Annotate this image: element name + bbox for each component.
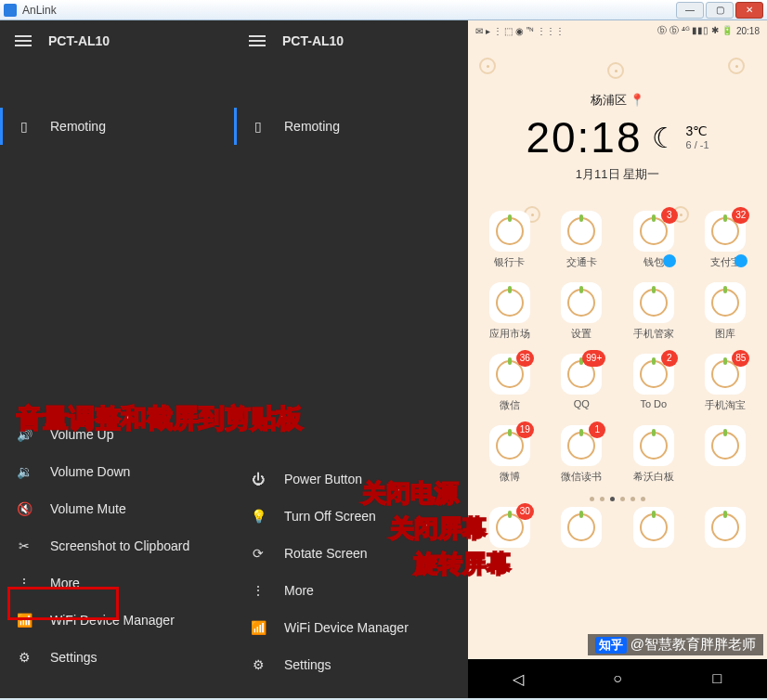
app-微信读书[interactable]: 1微信读书 xyxy=(552,425,611,484)
sidebar-right: PCT-AL10 ▯ Remoting ⏻ Power Button 💡 Tur… xyxy=(234,20,468,698)
window-title: AnLink xyxy=(22,4,674,17)
nav-recent-icon[interactable]: □ xyxy=(706,668,728,690)
app-label: 手机管家 xyxy=(624,327,683,341)
zhihu-logo: 知乎 xyxy=(595,637,627,654)
badge: 30 xyxy=(516,503,534,520)
turnoff-label: Turn Off Screen xyxy=(284,509,376,524)
app-r4c0[interactable]: 30 xyxy=(480,507,540,551)
window-titlebar: AnLink — ▢ ✕ xyxy=(0,0,767,20)
hamburger-icon[interactable] xyxy=(249,35,266,46)
app-icon xyxy=(633,507,674,548)
app-r4c1[interactable] xyxy=(552,507,611,551)
app-微信[interactable]: 36微信 xyxy=(480,354,540,412)
phone-icon: ▯ xyxy=(15,117,33,136)
app-应用市场[interactable]: 应用市场 xyxy=(480,282,540,341)
maximize-button[interactable]: ▢ xyxy=(706,2,734,19)
bulb-off-icon: 💡 xyxy=(249,507,267,525)
app-To Do[interactable]: 2To Do xyxy=(624,354,683,412)
app-钱包[interactable]: 3钱包 xyxy=(624,211,683,269)
app-希沃白板[interactable]: 希沃白板 xyxy=(624,425,683,484)
phone-clock: 20:18 ☾ 3℃ 6 / -1 xyxy=(468,112,767,162)
app-label: QQ xyxy=(552,398,611,409)
app-label: 微信 xyxy=(480,398,540,412)
temp-lo: 6 / -1 xyxy=(686,139,709,150)
app-icon xyxy=(4,4,17,17)
crop-icon: ✂ xyxy=(15,537,33,555)
app-微博[interactable]: 19微博 xyxy=(480,425,540,484)
minimize-button[interactable]: — xyxy=(676,2,704,19)
app-icon xyxy=(705,425,746,466)
sidebar-item-volume-down[interactable]: 🔉 Volume Down xyxy=(0,453,234,490)
app-图库[interactable]: 图库 xyxy=(696,282,755,341)
sidebar-item-settings[interactable]: ⚙ Settings xyxy=(234,646,468,683)
screenshot-label: Screenshot to Clipboard xyxy=(50,538,189,553)
app-r3c3[interactable] xyxy=(696,425,755,484)
annotation-rotate: 旋转屏幕 xyxy=(414,548,511,580)
app-icon xyxy=(561,507,602,548)
app-label: 交通卡 xyxy=(552,255,611,269)
phone-date: 1月11日 星期一 xyxy=(468,166,767,183)
check-mark-icon xyxy=(663,254,676,267)
badge: 85 xyxy=(732,350,749,367)
app-label: 图库 xyxy=(696,327,755,341)
volume-down-icon: 🔉 xyxy=(15,462,33,481)
app-手机管家[interactable]: 手机管家 xyxy=(624,282,683,341)
sidebar-item-remoting[interactable]: ▯ Remoting xyxy=(234,108,468,145)
annotation-turnoff: 关闭屏幕 xyxy=(390,512,487,545)
app-r4c3[interactable] xyxy=(696,507,755,551)
rotate-icon: ⟳ xyxy=(249,544,267,563)
more-icon: ⋮ xyxy=(249,581,267,600)
sidebar-item-screenshot[interactable]: ✂ Screenshot to Clipboard xyxy=(0,527,234,564)
phone-icon: ▯ xyxy=(249,117,267,136)
badge: 19 xyxy=(516,421,534,438)
app-支付宝[interactable]: 32支付宝 xyxy=(696,211,755,269)
sidebar-item-wifi[interactable]: 📶 WiFi Device Manager xyxy=(234,609,468,646)
app-label: 希沃白板 xyxy=(624,470,683,484)
gear-icon: ⚙ xyxy=(249,655,267,674)
app-icon xyxy=(561,211,602,252)
remoting-label: Remoting xyxy=(284,119,340,134)
app-label: 手机淘宝 xyxy=(696,398,755,412)
rotate-label: Rotate Screen xyxy=(284,546,368,561)
app-手机淘宝[interactable]: 85手机淘宝 xyxy=(696,354,755,412)
app-银行卡[interactable]: 银行卡 xyxy=(480,211,540,269)
device-name: PCT-AL10 xyxy=(282,33,344,48)
app-icon xyxy=(633,282,674,323)
app-icon xyxy=(705,282,746,323)
app-QQ[interactable]: 99+QQ xyxy=(552,354,611,412)
watermark: 知乎@智慧教育胖胖老师 xyxy=(588,634,763,655)
badge: 36 xyxy=(516,350,534,367)
nav-home-icon[interactable]: ○ xyxy=(606,668,629,690)
sidebar-item-remoting[interactable]: ▯ Remoting xyxy=(0,108,234,145)
app-icon xyxy=(705,507,746,548)
app-label: To Do xyxy=(624,398,683,409)
temp-hi: 3℃ xyxy=(686,124,709,138)
settings-label: Settings xyxy=(284,657,332,672)
app-r4c2[interactable] xyxy=(624,507,683,551)
phone-app-grid: 银行卡交通卡3钱包32支付宝应用市场设置手机管家图库36微信99+QQ2To D… xyxy=(468,183,767,551)
badge: 99+ xyxy=(582,350,605,367)
app-label: 设置 xyxy=(552,327,611,341)
volume-mute-icon: 🔇 xyxy=(15,499,33,518)
status-signal: ⓑ ⓑ ⁴ᴳ ▮▮▯ ✱ 🔋 xyxy=(657,24,733,37)
status-left: ✉ ▸ ⋮ ⬚ ◉ "ᴺ ⋮⋮⋮ xyxy=(475,26,565,36)
nav-back-icon[interactable]: ◁ xyxy=(507,668,529,690)
settings-label: Settings xyxy=(50,650,98,665)
page-indicator xyxy=(474,497,761,501)
more-label: More xyxy=(284,583,314,598)
app-设置[interactable]: 设置 xyxy=(552,282,611,341)
phone-mirror[interactable]: ✉ ▸ ⋮ ⬚ ◉ "ᴺ ⋮⋮⋮ ⓑ ⓑ ⁴ᴳ ▮▮▯ ✱ 🔋 20:18 杨浦… xyxy=(468,20,767,698)
clock-time: 20:18 xyxy=(526,112,642,162)
power-label: Power Button xyxy=(284,472,362,486)
sidebar-item-settings[interactable]: ⚙ Settings xyxy=(0,639,234,676)
hamburger-icon[interactable] xyxy=(15,35,32,46)
remoting-label: Remoting xyxy=(50,119,106,134)
gear-icon: ⚙ xyxy=(15,648,33,667)
volume-mute-label: Volume Mute xyxy=(50,501,126,516)
wifi-label: WiFi Device Manager xyxy=(284,620,409,635)
status-time: 20:18 xyxy=(736,26,760,36)
app-交通卡[interactable]: 交通卡 xyxy=(552,211,611,269)
sidebar-item-volume-mute[interactable]: 🔇 Volume Mute xyxy=(0,490,234,527)
annotation-volume-screenshot: 音量调整和截屏到剪贴板 xyxy=(17,401,303,436)
close-button[interactable]: ✕ xyxy=(735,2,763,19)
